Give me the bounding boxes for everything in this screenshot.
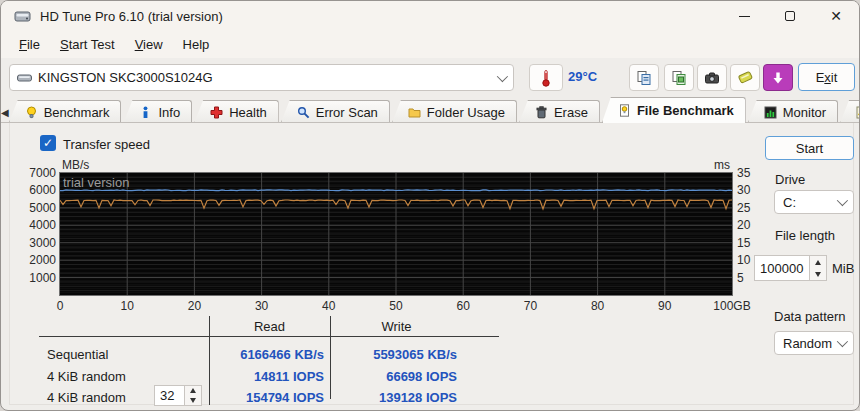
- exit-button[interactable]: Exit: [798, 63, 855, 91]
- transfer-speed-checkbox[interactable]: ✓: [40, 135, 56, 151]
- left-tick: 1000: [22, 272, 56, 285]
- right-tick: 15: [737, 237, 763, 250]
- temperature-value: 29°C: [568, 69, 597, 84]
- arrow-up-icon: [190, 388, 196, 393]
- thermometer-icon: [539, 69, 553, 87]
- save-button[interactable]: [730, 64, 760, 91]
- transfer-speed-chart: [59, 172, 733, 296]
- file-length-input[interactable]: 100000: [754, 255, 810, 281]
- tab-error-scan[interactable]: Error Scan: [281, 100, 390, 123]
- chart-plot-area: [60, 173, 732, 295]
- tab-health[interactable]: Health: [194, 100, 279, 123]
- table-header-rule: [39, 336, 499, 337]
- queue-depth-input[interactable]: 32: [154, 385, 185, 406]
- arrow-left-icon: ◀: [1, 107, 9, 118]
- window-title: HD Tune Pro 6.10 (trial version): [40, 9, 223, 24]
- trash-icon: [535, 106, 548, 119]
- maximize-icon: [785, 11, 795, 21]
- tab-scroll-left-button[interactable]: ◀: [1, 101, 9, 123]
- window-controls: ✕: [721, 1, 859, 31]
- file-length-label: File length: [775, 228, 835, 243]
- start-button[interactable]: Start: [765, 136, 854, 160]
- tab-benchmark[interactable]: Benchmark: [9, 100, 122, 123]
- tab-random-access[interactable]: Random Access: [840, 100, 860, 123]
- info-icon: [139, 106, 152, 119]
- spin-down-button[interactable]: [185, 396, 201, 406]
- sequential-read-value: 6166466 KB/s: [212, 347, 324, 362]
- temperature-button[interactable]: [529, 64, 563, 91]
- left-tick: 5000: [22, 202, 56, 215]
- file-benchmark-icon: [618, 104, 631, 117]
- arrow-down-icon: [190, 398, 196, 403]
- left-tick: 6000: [22, 184, 56, 197]
- close-button[interactable]: ✕: [813, 1, 859, 31]
- menubar: File Start Test View Help: [1, 31, 859, 58]
- check-icon: ✓: [43, 136, 53, 150]
- x-tick: 80: [573, 300, 623, 313]
- download-arrow-icon: [771, 71, 785, 85]
- random-read-value: 14811 IOPS: [212, 369, 324, 384]
- menu-help[interactable]: Help: [173, 34, 220, 55]
- tab-erase[interactable]: Erase: [519, 100, 600, 123]
- x-tick: 0: [35, 300, 85, 313]
- magnifier-icon: [297, 106, 310, 119]
- tab-folder-usage[interactable]: Folder Usage: [392, 100, 517, 123]
- screenshot-button[interactable]: [697, 64, 727, 91]
- x-tick: 50: [371, 300, 421, 313]
- x-tick: 60: [438, 300, 488, 313]
- maximize-button[interactable]: [767, 1, 813, 31]
- spin-down-button[interactable]: [810, 268, 826, 280]
- health-cross-icon: [210, 106, 223, 119]
- table-divider-2: [330, 316, 331, 399]
- table-divider-1: [209, 316, 210, 405]
- app-disk-icon: [14, 8, 31, 25]
- spin-up-button[interactable]: [185, 386, 201, 396]
- left-tick: 7000: [22, 167, 56, 180]
- save-disk-icon: [737, 70, 754, 85]
- right-tick: 35: [737, 167, 763, 180]
- file-benchmark-panel: ✓ Transfer speed MB/s ms 700060005000400…: [9, 123, 854, 405]
- left-axis-unit: MB/s: [62, 158, 89, 172]
- disk-icon: [17, 73, 32, 83]
- hd-tune-window: HD Tune Pro 6.10 (trial version) ✕ File …: [0, 0, 860, 411]
- titlebar: HD Tune Pro 6.10 (trial version) ✕: [1, 1, 859, 31]
- data-pattern-label: Data pattern: [774, 309, 846, 324]
- left-tick: 4000: [22, 219, 56, 232]
- row-label-sequential: Sequential: [47, 347, 108, 362]
- chevron-down-icon: [497, 70, 508, 81]
- drive-selector-combobox[interactable]: KINGSTON SKC3000S1024G: [9, 64, 514, 91]
- x-tick: 10: [102, 300, 152, 313]
- minimize-button[interactable]: [721, 1, 767, 31]
- queue-depth-spinner: [185, 385, 202, 406]
- tab-info[interactable]: Info: [123, 100, 192, 123]
- menu-start-test[interactable]: Start Test: [50, 34, 125, 55]
- transfer-speed-label: Transfer speed: [63, 137, 150, 152]
- menu-file[interactable]: File: [9, 34, 50, 55]
- right-axis-unit: ms: [714, 158, 730, 172]
- x-tick: 100GB: [707, 300, 757, 313]
- read-column-header: Read: [212, 319, 327, 334]
- spin-up-button[interactable]: [810, 256, 826, 268]
- sequential-write-value: 5593065 KB/s: [337, 347, 457, 362]
- drive-combobox[interactable]: C:: [774, 190, 854, 214]
- data-pattern-combobox[interactable]: Random: [774, 331, 854, 355]
- lightbulb-icon: [25, 106, 38, 119]
- drive-selector-value: KINGSTON SKC3000S1024G: [38, 70, 213, 85]
- tab-file-benchmark[interactable]: File Benchmark: [602, 97, 746, 123]
- copy-image-button[interactable]: [664, 64, 694, 91]
- x-tick: 20: [169, 300, 219, 313]
- chevron-down-icon: [837, 195, 848, 206]
- menu-view[interactable]: View: [125, 34, 173, 55]
- file-length-spinner: [810, 255, 827, 281]
- chevron-down-icon: [837, 336, 848, 347]
- tab-monitor[interactable]: Monitor: [748, 100, 838, 123]
- random-access-chart-icon: [856, 106, 860, 119]
- copy-text-icon: [636, 70, 652, 86]
- monitor-chart-icon: [764, 106, 777, 119]
- export-button[interactable]: [763, 64, 793, 91]
- copy-text-button[interactable]: [629, 64, 659, 91]
- left-tick: 3000: [22, 237, 56, 250]
- arrow-down-icon: [815, 272, 821, 277]
- tab-strip: ◀ Benchmark Info Health: [1, 97, 859, 123]
- random-qd32-write-value: 139128 IOPS: [337, 390, 457, 405]
